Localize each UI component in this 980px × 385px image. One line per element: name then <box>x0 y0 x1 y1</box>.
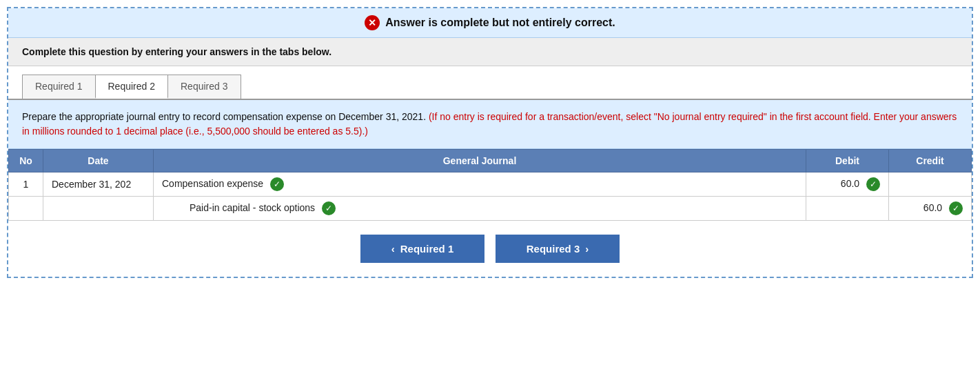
cell-date: December 31, 202 <box>43 172 154 197</box>
prev-arrow: ‹ <box>391 243 395 255</box>
alert-message: Answer is complete but not entirely corr… <box>385 17 615 29</box>
journal-check-icon-2: ✓ <box>322 201 336 215</box>
alert-banner: ✕ Answer is complete but not entirely co… <box>8 8 972 38</box>
table-row: 1 December 31, 202 Compensation expense … <box>9 172 972 197</box>
col-header-date: Date <box>43 150 154 172</box>
col-header-journal: General Journal <box>154 150 806 172</box>
cell-no: 1 <box>9 172 43 197</box>
prev-button[interactable]: ‹ Required 1 <box>360 235 484 263</box>
tab-required-2[interactable]: Required 2 <box>95 75 169 99</box>
journal-table: No Date General Journal Debit Credit 1 D… <box>8 149 972 221</box>
cell-debit: 60.0 ✓ <box>806 172 889 197</box>
instruction-text: Complete this question by entering your … <box>22 46 331 57</box>
cell-credit-2: 60.0 ✓ <box>889 197 972 221</box>
next-label: Required 3 <box>527 243 580 255</box>
nav-buttons-container: ‹ Required 1 Required 3 › <box>8 221 972 277</box>
instruction-bar: Complete this question by entering your … <box>8 38 972 66</box>
journal-check-icon: ✓ <box>270 177 284 191</box>
cell-journal: Compensation expense ✓ <box>154 172 806 197</box>
journal-table-container: No Date General Journal Debit Credit 1 D… <box>8 149 972 221</box>
cell-no <box>9 197 43 221</box>
description-box: Prepare the appropriate journal entry to… <box>8 100 972 149</box>
tab-required-3[interactable]: Required 3 <box>167 75 241 99</box>
next-button[interactable]: Required 3 › <box>496 235 620 263</box>
tabs-container: Required 1 Required 2 Required 3 <box>8 66 972 100</box>
col-header-no: No <box>9 150 43 172</box>
col-header-debit: Debit <box>806 150 889 172</box>
col-header-credit: Credit <box>889 150 972 172</box>
tab-required-1[interactable]: Required 1 <box>22 75 96 99</box>
cell-debit-2 <box>806 197 889 221</box>
table-row: Paid-in capital - stock options ✓ 60.0 ✓ <box>9 197 972 221</box>
debit-check-icon: ✓ <box>866 177 880 191</box>
cell-credit <box>889 172 972 197</box>
error-icon: ✕ <box>365 15 380 30</box>
credit-check-icon: ✓ <box>949 201 963 215</box>
description-black-text: Prepare the appropriate journal entry to… <box>22 111 426 122</box>
next-arrow: › <box>585 243 589 255</box>
cell-date <box>43 197 154 221</box>
prev-label: Required 1 <box>400 243 454 255</box>
cell-journal-indented: Paid-in capital - stock options ✓ <box>154 197 806 221</box>
